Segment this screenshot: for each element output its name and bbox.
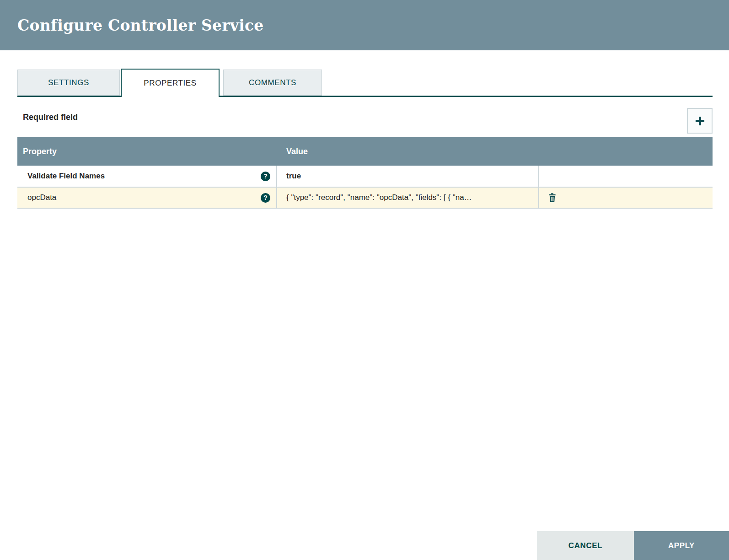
tab-settings-label: SETTINGS: [48, 78, 89, 87]
tab-comments[interactable]: COMMENTS: [223, 70, 322, 96]
question-circle-icon[interactable]: ?: [261, 193, 270, 203]
question-circle-icon[interactable]: ?: [261, 172, 270, 181]
apply-button[interactable]: APPLY: [634, 531, 729, 560]
configure-controller-service-dialog: Configure Controller Service SETTINGS PR…: [0, 0, 729, 560]
property-name: opcData: [27, 193, 56, 202]
required-field-label: Required field: [23, 113, 78, 122]
tab-properties-label: PROPERTIES: [144, 79, 196, 88]
property-value: { "type": "record", "name": "opcData", "…: [286, 193, 472, 202]
tab-settings[interactable]: SETTINGS: [17, 70, 120, 96]
dialog-header: Configure Controller Service: [0, 0, 729, 50]
table-row: Validate Field Names ? true: [17, 166, 713, 188]
property-value-cell[interactable]: true: [277, 166, 539, 187]
column-header-property: Property: [17, 147, 277, 156]
column-header-value: Value: [277, 147, 713, 156]
row-actions: [539, 188, 713, 208]
properties-table: Property Value Validate Field Names ? tr…: [17, 137, 713, 209]
add-property-button[interactable]: [687, 108, 713, 134]
property-value-cell[interactable]: { "type": "record", "name": "opcData", "…: [277, 188, 539, 208]
plus-icon: [694, 115, 706, 127]
trash-icon: [547, 193, 557, 203]
table-row: opcData ? { "type": "record", "name": "o…: [17, 188, 713, 209]
cancel-button-label: CANCEL: [568, 541, 602, 550]
apply-button-label: APPLY: [668, 541, 695, 550]
dialog-title: Configure Controller Service: [17, 0, 263, 50]
cancel-button[interactable]: CANCEL: [537, 531, 634, 560]
delete-property-button[interactable]: [547, 193, 557, 203]
property-name: Validate Field Names: [27, 172, 105, 181]
table-header-row: Property Value: [17, 137, 713, 166]
tab-bar: SETTINGS PROPERTIES COMMENTS: [17, 69, 713, 97]
tab-comments-label: COMMENTS: [249, 78, 296, 87]
property-value: true: [286, 172, 301, 181]
row-actions: [539, 166, 713, 187]
tab-properties[interactable]: PROPERTIES: [121, 69, 220, 97]
